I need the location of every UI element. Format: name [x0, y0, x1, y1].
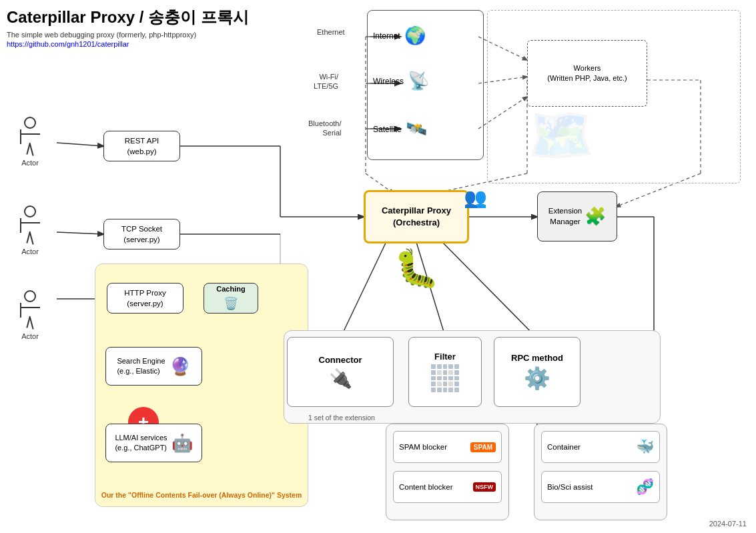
bio-sci-box: Bio/Sci assist 🧬: [541, 471, 660, 503]
actor3-torso: [20, 303, 21, 318]
docker-icon: 🐳: [636, 438, 654, 456]
actor3-head: [24, 290, 36, 302]
content-blocker-label: Content blocker: [399, 483, 453, 491]
llm-icon: 🤖: [171, 431, 193, 455]
rpc-method-label: RPC method: [511, 353, 563, 363]
actor-3: Actor: [20, 290, 40, 340]
actor3-label: Actor: [21, 332, 39, 340]
svg-line-14: [340, 240, 387, 338]
rpc-method-box: RPC method ⚙️: [494, 337, 581, 407]
llm-inner: LLM/AI services(e.g., ChatGPT) 🤖: [115, 431, 192, 455]
actor-1: Actor: [20, 117, 40, 167]
internet-label-text: Internet: [373, 31, 400, 41]
actor2-label: Actor: [21, 247, 39, 255]
puzzle-icon: 🧩: [585, 204, 606, 228]
bluetooth-label: Bluetooth/Serial: [308, 119, 342, 138]
extension-manager-box: ExtensionManager 🧩: [537, 191, 617, 241]
spam-blocker-box: SPAM blocker SPAM: [393, 431, 502, 463]
internet-icon: 🌍: [404, 25, 426, 46]
wireless-row: Wireless 📡: [373, 71, 429, 91]
caching-box: Caching 🗑️: [204, 283, 258, 314]
wireless-label-text: Wireless: [373, 77, 404, 86]
actor3-legs: [29, 318, 31, 330]
connector-box: Connector 🔌: [287, 337, 394, 407]
world-map-icon: 🗺️: [528, 104, 595, 167]
actor2-head: [24, 205, 36, 217]
actor2-torso: [20, 218, 21, 233]
content-blocker-box: Content blocker NSFW: [393, 471, 502, 503]
offline-label-text: Our the "Offline Contents Fail-over (Alw…: [101, 491, 302, 499]
spam-blocker-label: SPAM blocker: [399, 443, 447, 451]
container-group: Container 🐳 Bio/Sci assist 🧬: [534, 424, 667, 520]
actor3-leg-right: [29, 318, 34, 330]
bio-sci-icon: 🧬: [636, 478, 654, 496]
connector-icon: 🔌: [329, 368, 352, 390]
extension-manager-label: ExtensionManager: [548, 205, 583, 227]
actor1-arms: [20, 133, 40, 135]
search-engine-icon: 🔮: [169, 354, 191, 378]
caching-icon: 🗑️: [224, 296, 238, 312]
caterpillar-mascot: 🐛: [394, 247, 440, 290]
actor2-legs: [29, 233, 31, 245]
svg-line-16: [440, 240, 537, 338]
filter-box: Filter: [408, 337, 482, 407]
satellite-row: Satellite 🛰️: [373, 119, 427, 139]
github-link[interactable]: https://github.com/gnh1201/caterpillar: [7, 40, 249, 48]
svg-line-0: [57, 143, 103, 146]
filter-blocker-group: SPAM blocker SPAM Content blocker NSFW: [386, 424, 509, 520]
caching-inner: Caching 🗑️: [216, 284, 245, 313]
internet-row: Internet 🌍: [373, 25, 426, 46]
rest-api-label: REST API(web.py): [125, 135, 159, 157]
tcp-socket-label: TCP Socket(server.py): [121, 223, 162, 245]
container-label: Container: [547, 443, 581, 451]
http-proxy-box: HTTP Proxy(server.py): [107, 283, 183, 314]
caterpillar-proxy-box: Caterpillar Proxy(Orchestra): [364, 190, 469, 243]
actor1-torso: [20, 129, 21, 144]
ethernet-label: Ethernet: [317, 28, 345, 36]
svg-line-1: [57, 232, 103, 234]
satellite-label-text: Satellite: [373, 125, 402, 134]
search-engine-inner: Search Engine(e.g., Elastic) 🔮: [117, 354, 190, 378]
caching-label: Caching: [216, 284, 245, 294]
actor-2: Actor: [20, 205, 40, 255]
date-label: 2024-07-11: [709, 520, 747, 528]
people-icon: 👥: [464, 187, 487, 209]
filter-icon: [431, 364, 459, 392]
llm-label: LLM/AI services(e.g., ChatGPT): [115, 433, 167, 454]
title-block: Caterpillar Proxy / 송충이 프록시 The simple w…: [7, 7, 249, 48]
actor2-arms: [20, 222, 40, 223]
caterpillar-proxy-inner: Caterpillar Proxy(Orchestra): [382, 205, 451, 229]
diagram-container: Caterpillar Proxy / 송충이 프록시 The simple w…: [0, 0, 756, 533]
actor2-leg-right: [29, 233, 34, 245]
filter-label: Filter: [434, 352, 456, 362]
bio-sci-label: Bio/Sci assist: [547, 483, 593, 491]
llm-box: LLM/AI services(e.g., ChatGPT) 🤖: [105, 424, 202, 462]
search-engine-box: Search Engine(e.g., Elastic) 🔮: [105, 347, 202, 386]
gear-icon: ⚙️: [524, 366, 550, 391]
actor3-arms: [20, 307, 40, 308]
actor1-head: [24, 117, 36, 129]
subtitle: The simple web debugging proxy (formerly…: [7, 31, 249, 39]
world-map-region: 🗺️: [487, 10, 741, 183]
offline-label: Our the "Offline Contents Fail-over (Alw…: [95, 490, 308, 500]
tcp-socket-box: TCP Socket(server.py): [103, 219, 180, 249]
rest-api-box: REST API(web.py): [103, 131, 180, 161]
http-proxy-label: HTTP Proxy(server.py): [124, 288, 165, 309]
actor1-label: Actor: [21, 159, 39, 167]
page-title: Caterpillar Proxy / 송충이 프록시: [7, 7, 249, 28]
extension-set-label: 1 set of the extension: [288, 414, 395, 422]
actor1-leg-right: [29, 144, 34, 156]
nsfw-badge: NSFW: [473, 482, 496, 492]
actor1-legs: [29, 144, 31, 156]
spam-badge: SPAM: [470, 442, 496, 452]
wifi-label: Wi-Fi/LTE/5G: [314, 72, 338, 91]
container-box: Container 🐳: [541, 431, 660, 463]
caterpillar-proxy-label: Caterpillar Proxy(Orchestra): [382, 205, 451, 229]
wireless-icon: 📡: [408, 71, 429, 91]
search-engine-label: Search Engine(e.g., Elastic): [117, 356, 165, 377]
network-group-box: Internet 🌍 Wireless 📡 Satellite 🛰️: [367, 10, 484, 160]
extension-manager-inner: ExtensionManager 🧩: [548, 204, 607, 228]
satellite-icon: 🛰️: [406, 119, 427, 139]
connector-label: Connector: [319, 355, 362, 365]
